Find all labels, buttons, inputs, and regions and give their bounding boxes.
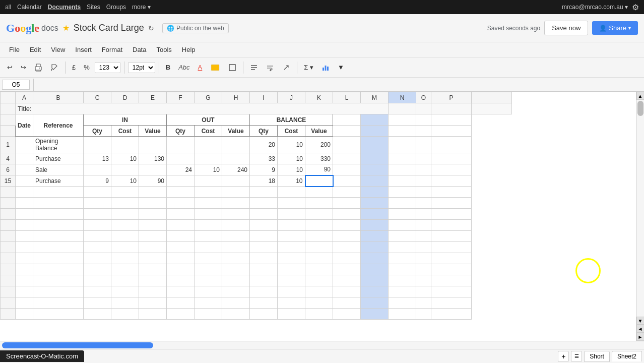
r1-in-cost[interactable] <box>111 137 139 153</box>
r4-out-value[interactable] <box>222 153 250 164</box>
col-header-n[interactable]: N <box>389 92 416 103</box>
sheet-tab-short[interactable]: Short <box>584 351 610 362</box>
r15-extra4[interactable] <box>416 175 431 187</box>
cell-reference-input[interactable] <box>2 80 30 90</box>
col-header-b[interactable]: B <box>33 92 84 103</box>
menu-help[interactable]: Help <box>178 44 200 55</box>
col-header-extra[interactable] <box>472 92 512 103</box>
title-n[interactable] <box>389 103 416 114</box>
menu-view[interactable]: View <box>47 44 69 55</box>
spreadsheet-scroll[interactable]: A B C D E F G H I J K L <box>0 92 636 341</box>
sum-button[interactable]: Σ ▾ <box>301 62 316 73</box>
text-color-button[interactable]: A <box>195 62 206 73</box>
percent-button[interactable]: % <box>81 62 93 73</box>
add-sheet-button[interactable]: + <box>558 351 569 362</box>
align-button[interactable] <box>247 62 261 74</box>
col-header-h[interactable]: H <box>222 92 250 103</box>
title-cell[interactable]: Title: <box>16 103 389 114</box>
r4-ref[interactable]: Purchase <box>33 153 84 164</box>
col-header-p[interactable]: P <box>431 92 472 103</box>
currency-button[interactable]: £ <box>69 62 79 73</box>
col-header-m[interactable]: M <box>361 92 389 103</box>
settings-icon[interactable]: ⚙ <box>632 3 639 12</box>
nav-groups[interactable]: Groups <box>106 4 126 11</box>
menu-edit[interactable]: Edit <box>26 44 45 55</box>
r6-extra4[interactable] <box>416 164 431 175</box>
share-dropdown-icon[interactable]: ▾ <box>628 25 631 31</box>
nav-calendar[interactable]: Calendar <box>17 4 42 11</box>
r1-bal-qty[interactable]: 20 <box>250 137 278 153</box>
col-header-k[interactable]: K <box>305 92 333 103</box>
formula-input[interactable] <box>37 80 642 89</box>
r4-extra1[interactable] <box>333 153 361 164</box>
r6-in-cost[interactable] <box>111 164 139 175</box>
r1-out-value[interactable] <box>222 137 250 153</box>
chart-button[interactable] <box>318 62 333 74</box>
col-header-e[interactable]: E <box>139 92 167 103</box>
wrap-button[interactable] <box>263 62 277 74</box>
font-size-select[interactable]: 12pt <box>128 62 155 73</box>
scroll-track-right[interactable] <box>637 100 643 317</box>
r1-bal-cost[interactable]: 10 <box>278 137 305 153</box>
nav-more[interactable]: more ▾ <box>132 4 151 11</box>
r6-bal-qty[interactable]: 9 <box>250 164 278 175</box>
doc-title[interactable]: Stock Card Large <box>74 23 144 33</box>
nav-documents[interactable]: Documents <box>48 4 81 11</box>
r1-extra3[interactable] <box>389 137 416 153</box>
r6-extra5[interactable] <box>431 164 472 175</box>
r15-out-qty[interactable] <box>167 175 195 187</box>
r15-extra3[interactable] <box>389 175 416 187</box>
r6-extra3[interactable] <box>389 164 416 175</box>
r6-bal-cost[interactable]: 10 <box>278 164 305 175</box>
menu-data[interactable]: Data <box>128 44 150 55</box>
r1-date[interactable] <box>16 137 33 153</box>
r1-extra4[interactable] <box>416 137 431 153</box>
r6-in-value[interactable] <box>139 164 167 175</box>
scroll-up-arrow[interactable]: ▲ <box>636 92 645 100</box>
col-header-j[interactable]: J <box>278 92 305 103</box>
r4-out-cost[interactable] <box>195 153 222 164</box>
r15-bal-value-active[interactable] <box>305 175 333 187</box>
r6-in-qty[interactable] <box>84 164 111 175</box>
rotate-button[interactable] <box>279 62 293 74</box>
google-docs-logo[interactable]: Google docs <box>6 22 58 35</box>
scroll-thumb-right[interactable] <box>637 101 643 116</box>
r4-bal-cost[interactable]: 10 <box>278 153 305 164</box>
r6-ref[interactable]: Sale <box>33 164 84 175</box>
r6-date[interactable] <box>16 164 33 175</box>
save-now-button[interactable]: Save now <box>544 21 588 35</box>
r15-in-qty[interactable]: 9 <box>84 175 111 187</box>
r15-extra1[interactable] <box>333 175 361 187</box>
r4-out-qty[interactable] <box>167 153 195 164</box>
menu-insert[interactable]: Insert <box>71 44 96 55</box>
col-header-f[interactable]: F <box>167 92 195 103</box>
r15-bal-cost[interactable]: 10 <box>278 175 305 187</box>
r1-extra1[interactable] <box>333 137 361 153</box>
menu-file[interactable]: File <box>5 44 24 55</box>
r15-bal-qty[interactable]: 18 <box>250 175 278 187</box>
col-header-c[interactable]: C <box>84 92 111 103</box>
user-email[interactable]: mrcao@mrcao.com.au ▾ <box>562 4 628 11</box>
number-format-select[interactable]: 123 <box>95 62 120 73</box>
nav-sites[interactable]: Sites <box>87 4 100 11</box>
r4-extra3[interactable] <box>389 153 416 164</box>
r15-extra2[interactable] <box>361 175 389 187</box>
col-header-d[interactable]: D <box>111 92 139 103</box>
r15-in-value[interactable]: 90 <box>139 175 167 187</box>
r15-out-value[interactable] <box>222 175 250 187</box>
r15-date[interactable] <box>16 175 33 187</box>
menu-tools[interactable]: Tools <box>152 44 175 55</box>
r1-extra2[interactable] <box>361 137 389 153</box>
r4-extra2[interactable] <box>361 153 389 164</box>
right-scrollbar[interactable]: ▲ ▼ ◄ ► <box>636 92 644 341</box>
menu-format[interactable]: Format <box>98 44 126 55</box>
r4-extra5[interactable] <box>431 153 472 164</box>
scroll-down-arrow[interactable]: ▼ <box>636 317 645 325</box>
r15-out-cost[interactable] <box>195 175 222 187</box>
share-button[interactable]: 👤 Share ▾ <box>592 21 638 35</box>
refresh-icon[interactable]: ↻ <box>148 24 154 32</box>
scroll-thumb-horizontal[interactable] <box>2 342 153 348</box>
r4-in-cost[interactable]: 10 <box>111 153 139 164</box>
r6-bal-value[interactable]: 90 <box>305 164 333 175</box>
nav-all[interactable]: all <box>5 4 11 11</box>
